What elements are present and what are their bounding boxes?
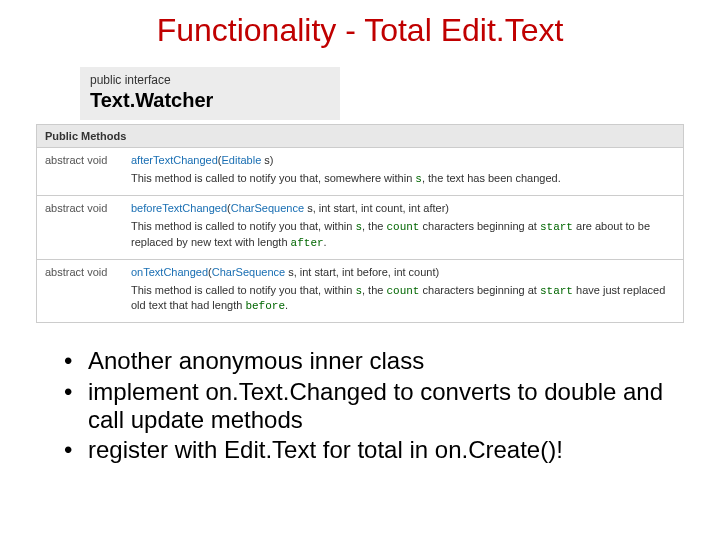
return-type: abstract void — [37, 148, 127, 195]
method-name: afterTextChanged — [131, 154, 218, 166]
method-description: This method is called to notify you that… — [131, 219, 675, 251]
bullet-item: Another anonymous inner class — [64, 347, 670, 375]
method-body: afterTextChanged(Editable s) This method… — [127, 148, 683, 195]
method-body: beforeTextChanged(CharSequence s, int st… — [127, 196, 683, 259]
method-row: abstract void beforeTextChanged(CharSequ… — [37, 196, 683, 260]
method-row: abstract void onTextChanged(CharSequence… — [37, 260, 683, 323]
method-description: This method is called to notify you that… — [131, 171, 675, 187]
methods-table: Public Methods abstract void afterTextCh… — [36, 124, 684, 323]
bullet-item: implement on.Text.Changed to converts to… — [64, 378, 670, 435]
method-body: onTextChanged(CharSequence s, int start,… — [127, 260, 683, 323]
return-type: abstract void — [37, 260, 127, 323]
interface-box: public interface Text.Watcher — [80, 67, 340, 120]
method-signature: onTextChanged(CharSequence s, int start,… — [131, 266, 675, 278]
interface-keyword: public interface — [90, 73, 330, 87]
interface-name: Text.Watcher — [90, 87, 330, 112]
method-name: beforeTextChanged — [131, 202, 227, 214]
method-name: onTextChanged — [131, 266, 208, 278]
return-type: abstract void — [37, 196, 127, 259]
bullet-list: Another anonymous inner class implement … — [64, 347, 670, 464]
method-row: abstract void afterTextChanged(Editable … — [37, 148, 683, 196]
method-description: This method is called to notify you that… — [131, 283, 675, 315]
slide-title: Functionality - Total Edit.Text — [0, 0, 720, 67]
method-signature: beforeTextChanged(CharSequence s, int st… — [131, 202, 675, 214]
method-signature: afterTextChanged(Editable s) — [131, 154, 675, 166]
methods-header: Public Methods — [37, 125, 683, 148]
bullet-item: register with Edit.Text for total in on.… — [64, 436, 670, 464]
